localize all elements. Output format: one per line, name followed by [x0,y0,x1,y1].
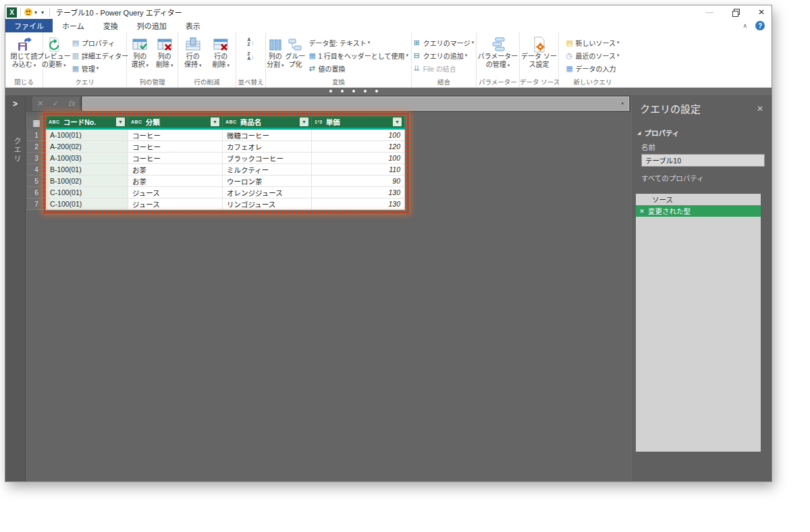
table-cell[interactable]: コーヒー [128,141,223,153]
tab-file[interactable]: ファイル [5,19,53,32]
dropdown-icon: ▾ [465,53,468,58]
quick-access-dropdown-icon[interactable]: ▾ [41,9,44,16]
row-number[interactable]: 5 [27,176,46,187]
row-number[interactable]: 3 [27,153,46,164]
properties-button[interactable]: ▤ プロパティ [70,37,130,48]
keep-rows-button[interactable]: 行の 保持▾ [180,34,207,78]
fx-icon[interactable]: fx [68,99,75,108]
group-by-button[interactable]: グルー プ化 [285,34,305,78]
table-cell[interactable]: C-100(01) [46,198,128,210]
table-cell[interactable]: 130 [312,198,405,210]
column-header-price[interactable]: 1²3 単価 ▼ [312,116,405,130]
properties-section-header[interactable]: ◢ プロパティ [632,128,772,138]
remove-rows-button[interactable]: 行の 削除▾ [208,34,235,78]
data-type-button[interactable]: データ型: テキスト▾ [306,37,410,48]
row-number[interactable]: 2 [27,141,46,153]
sort-ascending-button[interactable]: AZ ↓ [244,37,256,47]
expand-queries-icon[interactable]: > [5,99,25,109]
manage-icon: ▦ [72,64,82,72]
row-number[interactable]: 1 [27,130,46,141]
table-cell[interactable]: B-100(02) [46,176,128,187]
table-cell[interactable]: 120 [312,141,405,153]
sort-descending-button[interactable]: ZA ↓ [244,51,256,61]
dropdown-icon: ▾ [281,63,284,68]
table-cell[interactable]: ウーロン茶 [223,176,312,187]
tab-add-column[interactable]: 列の追加 [128,19,176,32]
panel-close-icon[interactable]: ✕ [757,104,763,113]
table-cell[interactable]: ブラックコーヒー [223,153,312,164]
table-cell[interactable]: ジュース [128,198,223,210]
select-all-corner[interactable]: ▦ [27,116,46,130]
delete-step-icon[interactable]: ✕ [636,208,648,215]
step-source[interactable]: ソース [636,194,761,205]
formula-input[interactable]: = Table.TransformColumnTypes(ソース,{{"コードN… [82,97,629,111]
choose-columns-button[interactable]: 列の 選択▾ [128,34,152,78]
table-cell[interactable]: 90 [312,176,405,187]
column-header-code[interactable]: ABC コードNo. ▼ [46,116,128,130]
manage-parameters-button[interactable]: パラメーター の管理▾ [481,34,516,78]
step-changed-type[interactable]: ✕ 変更された型 [636,205,761,217]
group-label: 変換 [266,77,411,86]
smiley-dropdown-icon[interactable]: ▾ [34,9,37,16]
close-and-load-button[interactable]: 閉じて読 み込む▾ [7,34,41,78]
row-number[interactable]: 7 [27,198,46,210]
formula-cancel-icon[interactable]: ✕ [37,99,43,108]
table-cell[interactable]: A-100(03) [46,153,128,164]
table-cell[interactable]: お茶 [128,164,223,176]
minimize-button[interactable]: — [705,7,713,18]
row-number[interactable]: 4 [27,164,46,176]
table-cell[interactable]: コーヒー [128,153,223,164]
append-queries-button[interactable]: ⊟ クエリの追加▾ [412,50,476,61]
tab-transform[interactable]: 変換 [94,19,128,32]
all-properties-link[interactable]: すべてのプロパティ [632,173,772,183]
filter-dropdown-icon[interactable]: ▼ [116,117,125,126]
data-source-settings-button[interactable]: データ ソー ス設定 [522,34,557,78]
table-cell[interactable]: A-200(02) [46,141,128,153]
row-number[interactable]: 6 [27,187,46,198]
table-cell[interactable]: ミルクティー [223,164,312,176]
advanced-editor-button[interactable]: ▥ 詳細エディター [70,50,130,61]
collapse-ribbon-icon[interactable]: ∧ [742,22,747,29]
refresh-preview-button[interactable]: プレビュー の更新▾ [39,34,69,78]
panel-title: クエリの設定 [640,101,757,115]
query-name-input[interactable]: テーブル10 [641,154,765,167]
column-header-product[interactable]: ABC 商品名 ▼ [223,116,312,130]
table-cell[interactable]: お茶 [128,176,223,187]
table-cell[interactable]: 130 [312,187,405,198]
table-cell[interactable]: ジュース [128,187,223,198]
replace-values-icon: ⇄ [308,64,318,72]
recent-sources-button[interactable]: ◷ 最近のソース▾ [564,50,621,61]
feedback-smiley-icon[interactable] [24,8,32,16]
filter-dropdown-icon[interactable]: ▼ [211,117,219,126]
use-first-row-button[interactable]: ▦ 1 行目をヘッダーとして使用▾ [306,50,410,61]
table-cell[interactable]: 100 [312,130,405,141]
table-cell[interactable]: リンゴジュース [223,198,312,210]
column-header-category[interactable]: ABC 分類 ▼ [128,116,223,130]
restore-button[interactable] [732,9,739,16]
table-cell[interactable]: カフェオレ [223,141,312,153]
tab-home[interactable]: ホーム [53,19,94,32]
new-source-button[interactable]: ▤ 新しいソース▾ [564,37,621,48]
close-button[interactable]: ✕ [758,7,765,18]
table-cell[interactable]: 110 [312,164,405,176]
table-cell[interactable]: 微糖コーヒー [223,130,312,141]
table-cell[interactable]: 100 [312,153,405,164]
remove-columns-button[interactable]: 列の 削除▾ [153,34,177,78]
group-manage-columns: 列の 選択▾ 列の 削除▾ 列の管理 [127,32,178,87]
table-cell[interactable]: オレンジジュース [223,187,312,198]
filter-dropdown-icon[interactable]: ▼ [300,117,308,126]
table-cell[interactable]: コーヒー [128,130,223,141]
manage-button[interactable]: ▦ 管理▾ [70,63,130,74]
table-cell[interactable]: A-100(01) [46,130,128,141]
help-icon[interactable]: ? [755,21,765,30]
formula-expand-icon[interactable]: ▾ [621,97,624,110]
table-cell[interactable]: B-100(01) [46,164,128,176]
merge-queries-button[interactable]: ⊞ クエリのマージ▾ [412,37,476,48]
split-column-button[interactable]: 列の 分割▾ [267,34,284,78]
replace-values-button[interactable]: ⇄ 値の置換 [306,63,410,74]
enter-data-button[interactable]: ▦ データの入力 [564,63,621,74]
table-cell[interactable]: C-100(01) [46,187,128,198]
tab-view[interactable]: 表示 [176,19,210,32]
formula-check-icon[interactable]: ✓ [53,99,59,108]
filter-dropdown-icon[interactable]: ▼ [393,117,402,126]
